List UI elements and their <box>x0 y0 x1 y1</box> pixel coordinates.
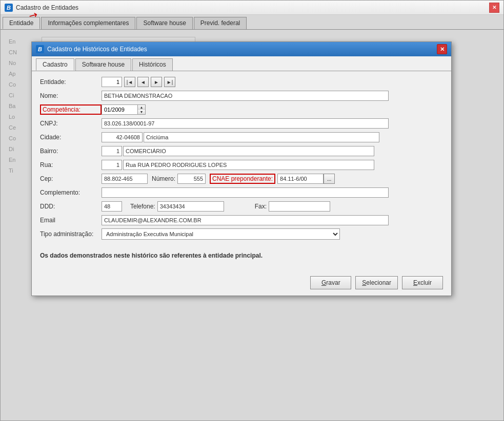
entidade-label: Entidade: <box>40 78 102 86</box>
bairro-code-input[interactable] <box>102 146 122 156</box>
entidade-nav: |◄ ◄ ► ►| <box>102 77 175 87</box>
email-row: Email <box>40 215 443 226</box>
complemento-row: Complemento: <box>40 187 443 198</box>
entidade-row: Entidade: |◄ ◄ ► ►| <box>40 76 443 88</box>
outer-window: B Cadastro de Entidades ✕ ↙ Entidade Inf… <box>0 0 504 421</box>
competencia-spinner: ▲ ▼ <box>102 104 146 115</box>
bairro-label: Bairro: <box>40 148 102 155</box>
cidade-label: Cidade: <box>40 134 102 141</box>
nav-last-button[interactable]: ►| <box>164 77 175 87</box>
nav-prev-button[interactable]: ◄ <box>137 77 149 87</box>
inner-tab-software-house[interactable]: Software house <box>75 58 131 71</box>
ddd-label: DDD: <box>40 203 102 210</box>
excluir-button[interactable]: Excluir <box>402 276 443 289</box>
note-row: Os dados demonstrados neste histórico sã… <box>40 245 443 264</box>
inner-tabs: Cadastro Software house Históricos <box>32 56 451 71</box>
inner-tab-historicos[interactable]: Históricos <box>132 58 173 71</box>
form-content: Entidade: |◄ ◄ ► ►| Nome: Competência: <box>32 71 451 272</box>
fax-label: Fax: <box>255 203 267 210</box>
rua-row: Rua: <box>40 159 443 171</box>
gravar-button[interactable]: Gravar <box>310 276 351 289</box>
nome-input[interactable] <box>102 91 389 101</box>
complemento-input[interactable] <box>102 187 389 198</box>
outer-app-icon: B <box>5 4 13 12</box>
complemento-label: Complemento: <box>40 189 102 196</box>
ddd-row: DDD: Telefone: Fax: <box>40 201 443 212</box>
dialog-buttons: Gravar Selecionar Excluir <box>32 272 451 296</box>
rua-label: Rua: <box>40 161 102 169</box>
cnpj-input[interactable] <box>102 118 389 129</box>
numero-input[interactable] <box>177 174 206 184</box>
ddd-input[interactable] <box>102 201 122 212</box>
tipo-adm-select[interactable]: Administração Executiva Municipal <box>102 228 340 240</box>
cidade-row: Cidade: <box>40 132 443 143</box>
outer-close-button[interactable]: ✕ <box>489 3 499 13</box>
rua-code-input[interactable] <box>102 160 122 170</box>
tipo-adm-label: Tipo administração: <box>40 230 102 238</box>
bairro-name-input[interactable] <box>123 146 374 156</box>
outer-title-left: B Cadastro de Entidades <box>5 4 78 12</box>
rua-name-input[interactable] <box>123 160 374 170</box>
email-input[interactable] <box>102 215 389 225</box>
inner-dialog-title: Cadastro de Históricos de Entidades <box>47 46 147 53</box>
inner-dialog: B Cadastro de Históricos de Entidades ✕ … <box>31 41 452 296</box>
selecionar-button[interactable]: Selecionar <box>355 276 398 289</box>
telefone-input[interactable] <box>157 201 224 212</box>
cnae-input[interactable] <box>277 174 324 184</box>
competencia-row: Competência: ▲ ▼ <box>40 104 443 115</box>
cnpj-row: CNPJ: <box>40 118 443 129</box>
nav-next-button[interactable]: ► <box>151 77 162 87</box>
outer-window-title: Cadastro de Entidades <box>16 4 78 11</box>
nome-label: Nome: <box>40 92 102 99</box>
entidade-input[interactable] <box>102 77 122 87</box>
cep-label: Cep: <box>40 175 102 182</box>
nome-row: Nome: <box>40 90 443 101</box>
telefone-label: Telefone: <box>130 203 155 210</box>
cidade-code-input[interactable] <box>102 132 143 142</box>
inner-close-button[interactable]: ✕ <box>437 44 447 54</box>
inner-titlebar: B Cadastro de Históricos de Entidades ✕ <box>32 42 451 56</box>
competencia-down-button[interactable]: ▼ <box>138 110 145 114</box>
cidade-name-input[interactable] <box>144 132 379 142</box>
competencia-input[interactable] <box>102 104 137 115</box>
inner-app-icon: B <box>36 45 44 53</box>
competencia-up-button[interactable]: ▲ <box>138 105 145 110</box>
outer-titlebar: B Cadastro de Entidades ✕ <box>1 1 503 15</box>
tipo-adm-row: Tipo administração: Administração Execut… <box>40 228 443 240</box>
nav-first-button[interactable]: |◄ <box>124 77 135 87</box>
fax-input[interactable] <box>269 201 330 212</box>
cep-row: Cep: Número: CNAE preponderante: ... <box>40 173 443 184</box>
inner-title-left: B Cadastro de Históricos de Entidades <box>36 45 147 53</box>
email-label: Email <box>40 217 102 224</box>
competencia-label: Competência: <box>40 104 102 115</box>
inner-tab-cadastro[interactable]: Cadastro <box>36 58 74 71</box>
cnpj-label: CNPJ: <box>40 120 102 127</box>
numero-label: Número: <box>152 175 175 182</box>
cnae-label: CNAE preponderante: <box>210 174 275 184</box>
cnae-browse-button[interactable]: ... <box>324 174 335 184</box>
bairro-row: Bairro: <box>40 145 443 157</box>
cep-input[interactable] <box>102 174 148 184</box>
note-text: Os dados demonstrados neste histórico sã… <box>40 252 263 259</box>
competencia-spinner-buttons: ▲ ▼ <box>137 104 146 115</box>
